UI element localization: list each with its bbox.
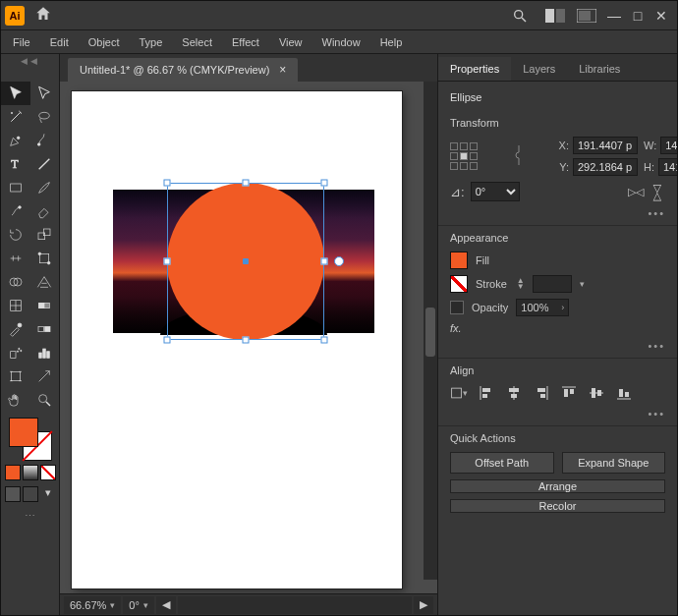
direct-selection-tool[interactable] — [30, 82, 60, 105]
window-minimize-icon[interactable]: — — [602, 8, 626, 24]
sel-handle-s[interactable] — [243, 337, 250, 344]
artboard-nav-field[interactable] — [178, 596, 412, 614]
flip-horizontal-icon[interactable]: ▷◁ — [628, 186, 644, 198]
perspective-grid-tool[interactable] — [30, 270, 60, 294]
mesh-tool[interactable] — [1, 294, 30, 317]
fx-label[interactable]: fx. — [450, 322, 462, 334]
constrain-proportions-icon[interactable] — [487, 141, 549, 171]
tab-layers[interactable]: Layers — [511, 57, 567, 81]
sel-handle-n[interactable] — [243, 180, 250, 187]
scale-tool[interactable] — [30, 223, 60, 247]
fill-color-swatch[interactable] — [450, 252, 468, 269]
arrange-documents-icon[interactable] — [545, 9, 565, 23]
close-tab-icon[interactable]: × — [279, 63, 286, 77]
draw-normal-icon[interactable] — [5, 486, 21, 502]
x-input[interactable] — [573, 137, 638, 154]
align-left-icon[interactable] — [478, 384, 495, 402]
pen-tool[interactable] — [1, 129, 30, 152]
sel-handle-nw[interactable] — [164, 180, 171, 187]
stroke-weight-stepper[interactable]: ▲▼ — [517, 278, 525, 290]
pie-widget[interactable] — [334, 256, 344, 266]
menu-edit[interactable]: Edit — [42, 33, 77, 51]
document-tab[interactable]: Untitled-1* @ 66.67 % (CMYK/Preview) × — [68, 58, 298, 82]
magic-wand-tool[interactable] — [1, 105, 30, 129]
search-icon[interactable] — [512, 8, 528, 24]
curvature-tool[interactable] — [30, 129, 60, 152]
blend-tool[interactable] — [30, 317, 60, 341]
eyedropper-tool[interactable] — [1, 317, 30, 341]
menu-select[interactable]: Select — [174, 33, 220, 51]
paintbrush-tool[interactable] — [30, 176, 60, 199]
align-vcenter-icon[interactable] — [588, 384, 605, 402]
width-tool[interactable] — [1, 247, 30, 270]
menu-file[interactable]: File — [5, 33, 38, 51]
line-tool[interactable] — [30, 152, 60, 176]
stroke-weight-input[interactable] — [533, 275, 572, 293]
align-bottom-icon[interactable] — [615, 384, 633, 402]
workspace-switcher-icon[interactable] — [577, 9, 596, 23]
tab-libraries[interactable]: Libraries — [567, 57, 632, 81]
edit-toolbar-icon[interactable]: ⋯ — [1, 510, 59, 523]
shape-builder-tool[interactable] — [1, 270, 30, 294]
column-graph-tool[interactable] — [30, 341, 60, 364]
menu-window[interactable]: Window — [314, 33, 368, 51]
rectangle-tool[interactable] — [1, 176, 30, 199]
vertical-scrollbar[interactable] — [424, 82, 437, 580]
menu-effect[interactable]: Effect — [224, 33, 267, 51]
zoom-field[interactable]: 66.67%▾ — [64, 596, 121, 614]
expand-shape-button[interactable]: Expand Shape — [562, 452, 666, 474]
stroke-weight-dropdown-icon[interactable]: ▾ — [580, 279, 585, 289]
fill-swatch[interactable] — [9, 418, 38, 447]
sel-handle-w[interactable] — [164, 258, 171, 265]
zoom-tool[interactable] — [30, 388, 60, 412]
offset-path-button[interactable]: Offset Path — [450, 452, 554, 474]
align-top-icon[interactable] — [560, 384, 578, 402]
color-mode-swatch[interactable] — [5, 465, 21, 480]
sel-handle-sw[interactable] — [164, 337, 171, 344]
appearance-more-icon[interactable]: ••• — [450, 340, 665, 352]
draw-behind-icon[interactable] — [23, 486, 38, 502]
toolbox-expand-icon[interactable]: ◀◀ — [1, 56, 59, 68]
align-to-dropdown[interactable]: ▾ — [450, 384, 468, 402]
selection-tool[interactable] — [1, 82, 30, 105]
angle-select[interactable]: 0° — [471, 182, 520, 201]
recolor-button[interactable]: Recolor — [450, 499, 665, 513]
symbol-sprayer-tool[interactable] — [1, 341, 30, 364]
align-right-icon[interactable] — [533, 384, 550, 402]
screen-mode-icon[interactable]: ▾ — [40, 486, 56, 502]
arrange-button[interactable]: Arrange — [450, 479, 665, 493]
slice-tool[interactable] — [30, 364, 60, 388]
w-input[interactable] — [660, 137, 677, 154]
flip-vertical-icon[interactable]: ▷◁ — [651, 184, 664, 199]
canvas[interactable] — [60, 82, 437, 593]
align-more-icon[interactable]: ••• — [450, 408, 665, 420]
menu-view[interactable]: View — [271, 33, 311, 51]
align-hcenter-icon[interactable] — [505, 384, 523, 402]
y-input[interactable] — [573, 158, 638, 176]
sel-handle-e[interactable] — [321, 258, 328, 265]
reference-point-widget[interactable] — [450, 142, 478, 170]
sel-handle-ne[interactable] — [321, 180, 328, 187]
gradient-tool[interactable] — [30, 294, 60, 317]
gradient-mode-swatch[interactable] — [23, 465, 38, 480]
artboard-nav-next[interactable]: ▶ — [414, 596, 433, 614]
tab-properties[interactable]: Properties — [438, 57, 511, 81]
rotate-tool[interactable] — [1, 223, 30, 247]
none-mode-swatch[interactable] — [40, 465, 56, 480]
fill-stroke-swatch[interactable] — [9, 418, 52, 461]
artboard-tool[interactable] — [1, 364, 30, 388]
stroke-color-swatch[interactable] — [450, 275, 468, 293]
artboard-nav-prev[interactable]: ◀ — [156, 596, 176, 614]
h-input[interactable] — [658, 158, 677, 176]
hand-tool[interactable] — [1, 388, 30, 412]
opacity-checkbox[interactable] — [450, 301, 464, 314]
transform-more-icon[interactable]: ••• — [450, 207, 665, 219]
menu-type[interactable]: Type — [132, 33, 171, 51]
window-close-icon[interactable]: ✕ — [650, 8, 673, 24]
opacity-input[interactable]: 100%› — [516, 299, 569, 316]
home-icon[interactable] — [34, 5, 52, 27]
sel-handle-se[interactable] — [321, 337, 328, 344]
lasso-tool[interactable] — [30, 105, 60, 129]
free-transform-tool[interactable] — [30, 247, 60, 270]
rotate-view-field[interactable]: 0°▾ — [123, 596, 154, 614]
